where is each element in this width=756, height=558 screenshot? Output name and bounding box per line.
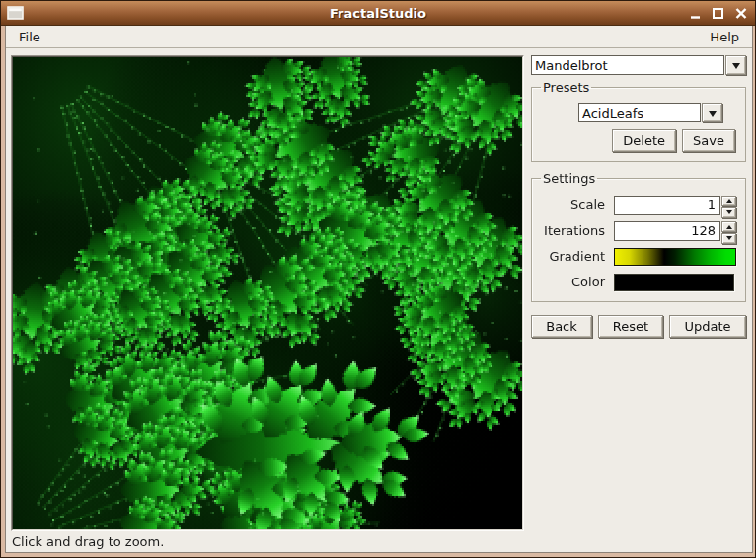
chevron-down-icon bbox=[732, 63, 740, 73]
color-label: Color bbox=[541, 275, 614, 289]
reset-button[interactable]: Reset bbox=[598, 315, 663, 338]
fractal-view[interactable] bbox=[13, 57, 522, 529]
scale-row: Scale 1 bbox=[541, 195, 736, 215]
window-menu-icon[interactable] bbox=[7, 6, 25, 21]
sidebar: Mandelbrot Presets AcidLeafs bbox=[531, 55, 747, 531]
status-bar: Click and drag to zoom. bbox=[6, 531, 752, 552]
arrow-up-icon bbox=[726, 197, 732, 203]
save-button[interactable]: Save bbox=[682, 129, 735, 152]
window-frame: File Help Mandelbrot bbox=[1, 26, 755, 557]
maximize-button[interactable] bbox=[708, 4, 728, 23]
iterations-row: Iterations 128 bbox=[541, 220, 736, 241]
app-window: FractalStudio File Help bbox=[0, 0, 756, 558]
close-button[interactable] bbox=[730, 4, 751, 23]
chevron-down-icon bbox=[709, 111, 717, 120]
scale-spinner[interactable]: 1 bbox=[614, 196, 736, 215]
arrow-down-icon bbox=[726, 236, 732, 243]
arrow-up-icon bbox=[726, 222, 732, 229]
settings-group: Settings Scale 1 bbox=[531, 171, 746, 302]
scale-label: Scale bbox=[541, 198, 614, 212]
presets-group-label: Presets bbox=[541, 80, 591, 95]
titlebar: FractalStudio bbox=[1, 1, 755, 26]
scale-increment-button[interactable] bbox=[721, 196, 736, 206]
scale-decrement-button[interactable] bbox=[721, 207, 736, 218]
iterations-decrement-button[interactable] bbox=[721, 233, 736, 244]
fractal-type-dropdown-button[interactable] bbox=[725, 55, 746, 75]
window-title: FractalStudio bbox=[1, 6, 755, 21]
menu-help[interactable]: Help bbox=[706, 28, 743, 46]
fractal-viewport-frame bbox=[11, 55, 524, 531]
gradient-row: Gradient bbox=[541, 246, 736, 267]
menu-file[interactable]: File bbox=[15, 28, 44, 46]
settings-group-label: Settings bbox=[541, 171, 597, 186]
update-button[interactable]: Update bbox=[669, 315, 746, 338]
iterations-label: Iterations bbox=[541, 223, 614, 238]
iterations-spinner[interactable]: 128 bbox=[614, 221, 736, 241]
fractal-type-value[interactable]: Mandelbrot bbox=[531, 55, 724, 75]
color-row: Color bbox=[541, 272, 736, 292]
arrow-down-icon bbox=[726, 210, 732, 217]
fractal-type-combobox[interactable]: Mandelbrot bbox=[531, 55, 746, 75]
iterations-value[interactable]: 128 bbox=[614, 221, 720, 241]
preset-value[interactable]: AcidLeafs bbox=[578, 103, 701, 122]
minimize-button[interactable] bbox=[685, 4, 706, 23]
color-swatch[interactable] bbox=[614, 274, 734, 291]
preset-dropdown-button[interactable] bbox=[702, 103, 722, 122]
back-button[interactable]: Back bbox=[531, 315, 592, 338]
menubar: File Help bbox=[6, 26, 752, 48]
iterations-increment-button[interactable] bbox=[721, 221, 736, 232]
presets-group: Presets AcidLeafs Delete Save bbox=[531, 80, 746, 162]
preset-combobox[interactable]: AcidLeafs bbox=[578, 103, 722, 122]
gradient-label: Gradient bbox=[541, 249, 614, 264]
scale-value[interactable]: 1 bbox=[614, 196, 720, 215]
gradient-bar[interactable] bbox=[614, 248, 736, 266]
delete-button[interactable]: Delete bbox=[612, 129, 676, 152]
